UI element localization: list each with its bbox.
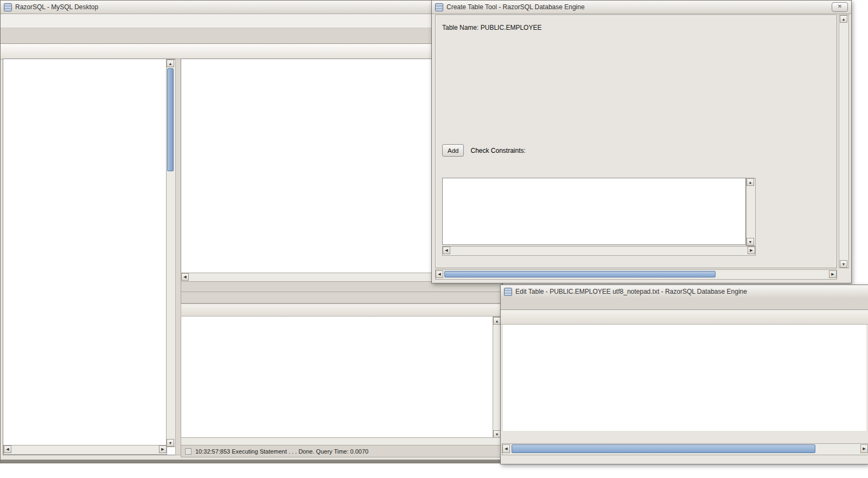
edit-scroll-thumb[interactable]: [512, 444, 815, 453]
dialog-vertical-scrollbar[interactable]: ▲ ▼: [839, 15, 849, 268]
razorsql-app-icon: [4, 3, 12, 11]
scroll-up-icon[interactable]: ▲: [167, 60, 174, 67]
scroll-left-icon[interactable]: ◀: [436, 270, 443, 278]
scroll-down-icon[interactable]: ▼: [746, 238, 754, 246]
scroll-right-icon[interactable]: ▶: [829, 270, 837, 278]
menu-bar: [1, 14, 502, 28]
tree-scroll-thumb[interactable]: [167, 68, 174, 171]
database-dialog-icon: [504, 288, 512, 296]
connection-tab-bar: [1, 28, 502, 44]
database-tree: [3, 59, 167, 446]
database-dialog-icon: [435, 3, 443, 11]
tree-vertical-scrollbar[interactable]: ▲ ▼: [166, 59, 176, 447]
edit-dialog-title: Edit Table - PUBLIC.EMPLOYEE utf8_notepa…: [515, 288, 747, 295]
scroll-up-icon[interactable]: ▲: [746, 178, 754, 186]
window-bottom-edge: [1, 460, 502, 463]
create-table-dialog: Create Table Tool - RazorSQL Database En…: [431, 0, 852, 283]
scroll-left-icon[interactable]: ◀: [443, 247, 450, 254]
edit-dialog-toolbar: [501, 310, 868, 325]
scroll-up-icon[interactable]: ▲: [840, 15, 847, 23]
scroll-right-icon[interactable]: ▶: [159, 445, 167, 453]
edit-dialog-title-bar[interactable]: Edit Table - PUBLIC.EMPLOYEE utf8_notepa…: [501, 285, 868, 299]
scroll-down-icon[interactable]: ▼: [493, 430, 501, 437]
scroll-left-icon[interactable]: ◀: [502, 444, 510, 453]
edit-grid-container: [503, 325, 866, 431]
scroll-down-icon[interactable]: ▼: [167, 439, 174, 447]
scroll-right-icon[interactable]: ▶: [748, 247, 755, 254]
dialog-horizontal-scrollbar[interactable]: ◀ ▶: [435, 269, 837, 280]
results-status-bar: 10:32:57:853 Executing Statement . . . D…: [181, 445, 501, 457]
scroll-up-icon[interactable]: ▲: [493, 317, 501, 325]
table-name-value: PUBLIC.EMPLOYEE: [481, 24, 542, 31]
results-toolbar: [181, 303, 501, 316]
main-window: RazorSQL - MySQL Desktop ▲ ▼ ◀ ▶ ◀: [0, 0, 503, 463]
database-tree-panel: ▲ ▼ ◀ ▶: [3, 59, 176, 455]
sql-preview-horizontal-scrollbar[interactable]: ◀ ▶: [442, 246, 756, 256]
generated-sql-preview[interactable]: [442, 178, 746, 245]
dialog-scroll-thumb[interactable]: [444, 271, 716, 277]
table-name-label: Table Name:: [442, 24, 478, 31]
results-tab-bar: [181, 292, 501, 303]
scroll-left-icon[interactable]: ◀: [181, 273, 189, 281]
query-results-panel: ▲ ▼ 10:32:57:853 Executing Statement . .…: [181, 292, 502, 460]
edit-table-dialog: Edit Table - PUBLIC.EMPLOYEE utf8_notepa…: [500, 285, 868, 464]
check-constraints-label: Check Constraints:: [470, 147, 525, 154]
tree-horizontal-scrollbar[interactable]: ◀ ▶: [3, 445, 167, 455]
create-dialog-title: Create Table Tool - RazorSQL Database En…: [446, 3, 585, 11]
create-dialog-content: Table Name: PUBLIC.EMPLOYEE Add Check Co…: [435, 15, 837, 268]
edit-grid-horizontal-scrollbar[interactable]: ◀ ▶: [502, 443, 868, 455]
main-window-title: RazorSQL - MySQL Desktop: [15, 3, 98, 11]
scroll-down-icon[interactable]: ▼: [840, 260, 847, 268]
add-column-button[interactable]: Add: [442, 144, 464, 157]
scroll-left-icon[interactable]: ◀: [4, 445, 11, 453]
edit-dialog-tab-bar: [501, 298, 868, 310]
screen: RazorSQL - MySQL Desktop ▲ ▼ ◀ ▶ ◀: [0, 0, 868, 478]
main-toolbar: [1, 44, 502, 60]
results-status-text: 10:32:57:853 Executing Statement . . . D…: [195, 448, 368, 455]
create-dialog-title-bar[interactable]: Create Table Tool - RazorSQL Database En…: [432, 1, 851, 14]
sql-preview-vertical-scrollbar[interactable]: ▲ ▼: [746, 178, 756, 246]
scroll-right-icon[interactable]: ▶: [860, 444, 868, 453]
table-name-row: Table Name: PUBLIC.EMPLOYEE: [442, 24, 541, 31]
results-grid-container: ▲ ▼: [181, 316, 502, 437]
main-title-bar[interactable]: RazorSQL - MySQL Desktop: [1, 1, 502, 14]
status-icon: [185, 448, 192, 455]
close-icon[interactable]: ✕: [832, 2, 848, 12]
